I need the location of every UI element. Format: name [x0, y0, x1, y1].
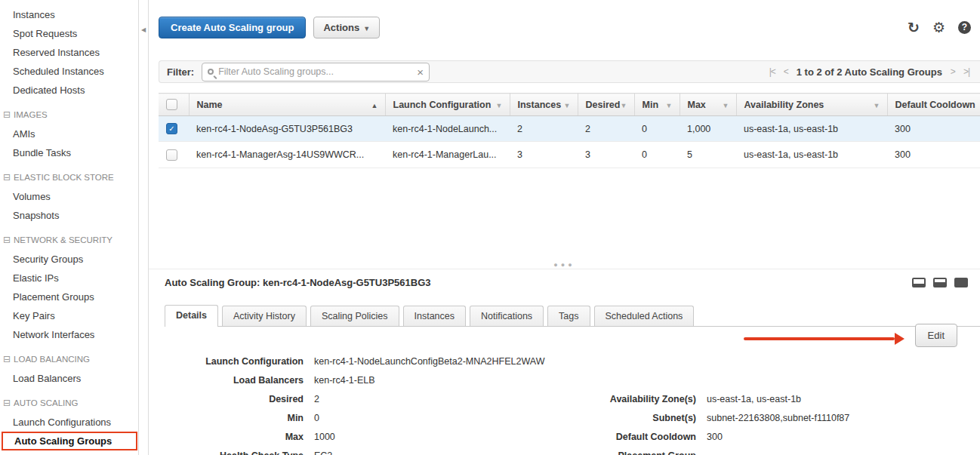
field-value: ken-rc4-1-NodeLaunchConfigBeta2-MNA2HFEL…	[314, 356, 544, 367]
section-collapse-icon: ⊟	[3, 398, 11, 408]
column-header-min[interactable]: Min▼	[634, 94, 680, 116]
table-row[interactable]: ken-rc4-1-ManagerAsg-14US9WWCR... ken-rc…	[159, 142, 980, 168]
refresh-icon[interactable]: ↻	[908, 19, 920, 36]
chevron-down-icon: ▼	[363, 25, 370, 32]
select-all-header[interactable]	[159, 94, 189, 116]
pane-layout-bottom-icon[interactable]	[912, 278, 926, 287]
tab-notifications[interactable]: Notifications	[470, 306, 544, 326]
sidebar-item-spot-requests[interactable]: Spot Requests	[0, 24, 138, 43]
pane-layout-full-icon[interactable]	[954, 278, 968, 287]
sidebar-item-load-balancers[interactable]: Load Balancers	[0, 369, 138, 388]
column-label: Default Cooldown	[895, 100, 975, 110]
sidebar-item-scheduled-instances[interactable]: Scheduled Instances	[0, 62, 138, 81]
tab-details[interactable]: Details	[165, 305, 218, 327]
section-collapse-icon: ⊟	[3, 354, 11, 364]
cell-max: 5	[680, 142, 736, 168]
sidebar-section-load-balancing[interactable]: ⊟LOAD BALANCING	[0, 350, 138, 369]
cell-default-cooldown: 300	[887, 116, 980, 142]
cell-instances: 2	[510, 116, 578, 142]
sidebar-item-auto-scaling-groups[interactable]: Auto Scaling Groups	[2, 432, 137, 450]
cell-desired: 2	[578, 116, 634, 142]
cell-availability-zones: us-east-1a, us-east-1b	[736, 142, 887, 168]
sidebar-section-network-security[interactable]: ⊟NETWORK & SECURITY	[0, 231, 138, 250]
sidebar-section-label: AUTO SCALING	[14, 398, 78, 407]
sidebar-item-snapshots[interactable]: Snapshots	[0, 206, 138, 225]
column-label: Availability Zones	[744, 100, 824, 110]
row-checkbox[interactable]	[166, 149, 177, 161]
tab-tags[interactable]: Tags	[547, 306, 590, 326]
clear-filter-icon[interactable]: ×	[417, 66, 424, 78]
sidebar-item-key-pairs[interactable]: Key Pairs	[0, 306, 138, 325]
tab-scaling-policies[interactable]: Scaling Policies	[310, 306, 399, 326]
actions-button-label: Actions	[323, 22, 359, 33]
drag-grip-icon: ●●●	[553, 261, 575, 269]
sidebar-item-amis[interactable]: AMIs	[0, 125, 138, 143]
sidebar-collapse-button[interactable]: ◀	[139, 21, 148, 39]
column-header-launch-configuration[interactable]: Launch Configuration▼	[385, 94, 510, 116]
section-collapse-icon: ⊟	[3, 235, 11, 245]
sidebar-item-elastic-ips[interactable]: Elastic IPs	[0, 269, 138, 287]
tab-instances[interactable]: Instances	[403, 306, 467, 326]
details-fields-right: Availability Zone(s) us-east-1a, us-east…	[556, 394, 849, 455]
section-collapse-icon: ⊟	[3, 172, 11, 183]
sidebar-item-volumes[interactable]: Volumes	[0, 187, 138, 206]
field-label: Max	[165, 432, 304, 442]
next-page-button[interactable]: >	[951, 66, 955, 77]
sidebar-item-dedicated-hosts[interactable]: Dedicated Hosts	[0, 81, 138, 100]
filter-bar: Filter: × |< < 1 to 2 of 2 Auto Scaling …	[159, 60, 980, 83]
last-page-button[interactable]: >|	[963, 66, 969, 77]
field-value: ken-rc4-1-ELB	[314, 375, 375, 386]
sidebar-item-instances[interactable]: Instances	[0, 5, 138, 24]
tab-scheduled-actions[interactable]: Scheduled Actions	[594, 306, 695, 326]
filter-input[interactable]	[218, 66, 417, 77]
select-all-checkbox[interactable]	[166, 99, 177, 110]
toolbar: Create Auto Scaling group Actions▼ ↻ ⚙ ?	[159, 17, 980, 38]
column-header-max[interactable]: Max▼	[680, 94, 736, 116]
row-checkbox[interactable]: ✓	[166, 123, 177, 134]
sidebar-gutter: ◀	[138, 0, 149, 455]
cell-launch-configuration: ken-rc4-1-NodeLaunch...	[385, 116, 510, 142]
filter-search-box: ×	[202, 63, 430, 81]
column-label: Launch Configuration	[393, 100, 492, 110]
cell-min: 0	[634, 116, 680, 142]
sidebar-item-network-interfaces[interactable]: Network Interfaces	[0, 325, 138, 344]
sidebar-item-placement-groups[interactable]: Placement Groups	[0, 287, 138, 306]
first-page-button[interactable]: |<	[769, 66, 775, 77]
column-header-name[interactable]: Name▲	[189, 94, 385, 116]
sidebar-item-bundle-tasks[interactable]: Bundle Tasks	[0, 143, 138, 162]
pane-resize-handle[interactable]: ●●●	[149, 258, 980, 267]
sidebar-item-security-groups[interactable]: Security Groups	[0, 250, 138, 269]
edit-button[interactable]: Edit	[915, 324, 957, 347]
sort-icon: ▼	[496, 102, 503, 109]
sidebar-item-launch-configurations[interactable]: Launch Configurations	[0, 413, 138, 432]
field-label: Availability Zone(s)	[556, 394, 696, 404]
field-value: subnet-22163808,subnet-f1110f87	[707, 413, 849, 423]
column-header-default-cooldown[interactable]: Default Cooldown	[887, 94, 980, 116]
column-header-instances[interactable]: Instances▼	[510, 94, 578, 116]
sidebar-section-auto-scaling[interactable]: ⊟AUTO SCALING	[0, 394, 138, 413]
column-header-availability-zones[interactable]: Availability Zones▼	[736, 94, 887, 116]
create-auto-scaling-group-button[interactable]: Create Auto Scaling group	[159, 17, 306, 38]
field-value: 1000	[314, 432, 335, 442]
pane-layout-split-icon[interactable]	[933, 278, 947, 287]
actions-button[interactable]: Actions▼	[313, 17, 380, 38]
table-row[interactable]: ✓ ken-rc4-1-NodeAsg-G5TU3P561BG3 ken-rc4…	[159, 116, 980, 142]
sidebar-item-reserved-instances[interactable]: Reserved Instances	[0, 43, 138, 62]
pane-layout-controls	[912, 278, 968, 287]
column-header-desired[interactable]: Desired▼	[578, 94, 634, 116]
previous-page-button[interactable]: <	[784, 66, 788, 77]
tab-activity-history[interactable]: Activity History	[222, 306, 307, 326]
cell-name: ken-rc4-1-NodeAsg-G5TU3P561BG3	[189, 116, 385, 142]
sidebar-section-elastic-block-store[interactable]: ⊟ELASTIC BLOCK STORE	[0, 168, 138, 187]
sidebar-section-images[interactable]: ⊟IMAGES	[0, 106, 138, 125]
sidebar: Instances Spot Requests Reserved Instanc…	[0, 0, 138, 455]
details-fields: Launch Configuration ken-rc4-1-NodeLaunc…	[165, 356, 980, 455]
help-icon[interactable]: ?	[958, 21, 971, 34]
section-collapse-icon: ⊟	[3, 109, 11, 120]
ec2-console: Instances Spot Requests Reserved Instanc…	[0, 0, 980, 455]
field-label: Default Cooldown	[556, 432, 696, 442]
gear-icon[interactable]: ⚙	[932, 19, 945, 36]
field-label: Desired	[165, 394, 304, 404]
row-select-cell	[159, 142, 189, 168]
sort-ascending-icon: ▲	[371, 102, 378, 109]
